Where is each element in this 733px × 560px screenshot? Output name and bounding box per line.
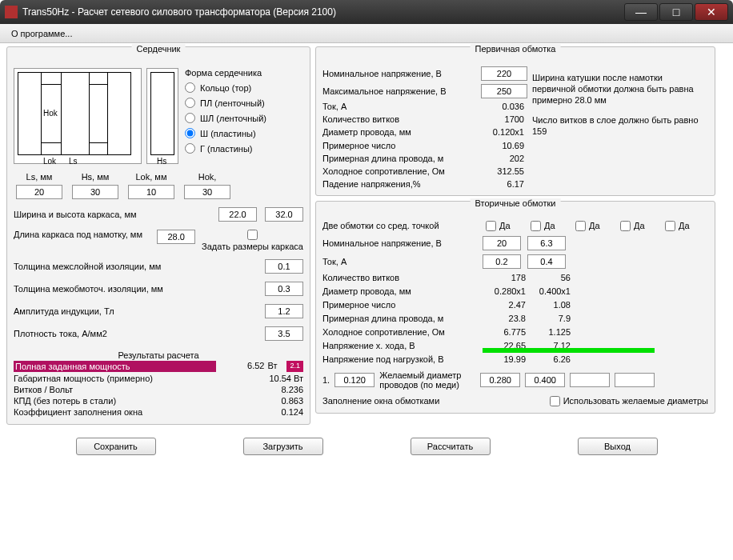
exit-button[interactable]: Выход [578, 438, 658, 455]
ls-input[interactable] [16, 185, 62, 199]
save-button[interactable]: Сохранить [76, 438, 156, 455]
wire-c2[interactable] [525, 373, 565, 387]
ct-checkbox-3[interactable]: Да [575, 221, 617, 231]
hok-input[interactable] [184, 185, 230, 199]
carcass-h-input[interactable] [265, 207, 303, 222]
carcass-len-input[interactable] [157, 230, 195, 244]
primary-nominal-v[interactable] [481, 66, 527, 81]
core-panel: Сердечник Hok Lok Ls Hs [6, 46, 310, 425]
ct-checkbox-1[interactable]: Да [486, 221, 527, 231]
carcass-w-input[interactable] [218, 207, 257, 222]
core-diagram: Hok Lok Ls [14, 68, 142, 164]
maximize-button[interactable]: □ [659, 3, 693, 21]
window-title: Trans50Hz - Расчет сетевого силового тра… [22, 6, 624, 18]
core-diagram-side: Hs [146, 68, 178, 164]
shape-pl[interactable]: ПЛ (ленточный) [185, 98, 266, 108]
menu-bar: О программе... [0, 24, 733, 43]
result-power: Полная заданная мощность 6.52 Вт 2.1 [14, 360, 303, 373]
interwind-input[interactable] [265, 282, 303, 296]
primary-max-v[interactable] [481, 84, 527, 98]
load-button[interactable]: Загрузить [243, 438, 323, 455]
calc-button[interactable]: Рассчитать [411, 438, 491, 455]
ct-checkbox-2[interactable]: Да [531, 221, 572, 231]
wire-c4[interactable] [615, 373, 655, 387]
lok-input[interactable] [128, 185, 174, 199]
shape-ring[interactable]: Кольцо (тор) [185, 82, 266, 93]
shape-g[interactable]: Г (пластины) [185, 143, 266, 154]
set-sizes-checkbox[interactable] [247, 230, 258, 240]
wire-c1[interactable] [480, 373, 520, 387]
wire-c3[interactable] [570, 373, 610, 387]
minimize-button[interactable]: — [624, 3, 658, 21]
interlayer-input[interactable] [265, 259, 303, 274]
app-icon [5, 6, 18, 18]
sec-i-2[interactable] [527, 254, 566, 269]
currdens-input[interactable] [265, 326, 303, 341]
ct-checkbox-5[interactable]: Да [665, 221, 707, 231]
ct-checkbox-4[interactable]: Да [620, 221, 662, 231]
core-panel-title: Сердечник [132, 44, 186, 54]
sec-i-1[interactable] [483, 254, 521, 269]
shape-shl[interactable]: ШЛ (ленточный) [185, 113, 266, 123]
secondary-panel: Вторичные обмотки Две обмотки со сред. т… [315, 201, 715, 414]
sec-v-2[interactable] [527, 236, 566, 250]
shape-sh[interactable]: Ш (пластины) [185, 128, 266, 138]
window-titlebar: Trans50Hz - Расчет сетевого силового тра… [0, 0, 733, 24]
wire-base[interactable] [334, 373, 375, 387]
core-form-label: Форма сердечника [185, 68, 266, 78]
green-bar [483, 348, 711, 353]
sec-v-1[interactable] [483, 236, 521, 250]
close-button[interactable]: ✕ [695, 3, 728, 21]
menu-about[interactable]: О программе... [5, 26, 78, 41]
use-desired-checkbox[interactable]: Использовать желаемые диаметры [550, 396, 708, 406]
induction-input[interactable] [265, 304, 303, 318]
hs-input[interactable] [72, 185, 118, 199]
primary-panel: Первичная обмотка Номинальное напряжение… [315, 46, 715, 196]
